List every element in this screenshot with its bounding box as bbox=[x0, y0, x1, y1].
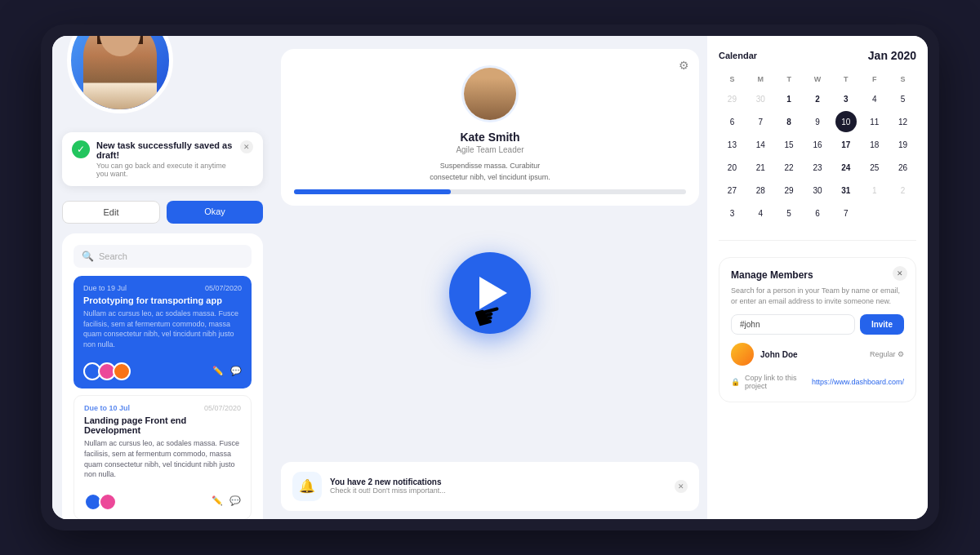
cal-day-6[interactable]: 6 bbox=[721, 111, 742, 132]
cal-day-30a[interactable]: 30 bbox=[750, 88, 771, 109]
cal-day-14[interactable]: 14 bbox=[750, 134, 771, 155]
middle-panel: ⚙ Kate Smith Agile Team Leader Suspendis… bbox=[273, 36, 707, 519]
cal-day-10-today[interactable]: 10 bbox=[835, 111, 857, 132]
manage-members-title: Manage Members bbox=[731, 269, 904, 281]
cal-header-m: M bbox=[747, 72, 774, 87]
comment-icon-2[interactable]: 💬 bbox=[229, 495, 241, 506]
cal-day-25[interactable]: 25 bbox=[864, 157, 885, 178]
search-bar[interactable]: 🔍 Search bbox=[74, 245, 252, 268]
cal-day-7[interactable]: 7 bbox=[750, 111, 771, 132]
comment-icon[interactable]: 💬 bbox=[230, 366, 242, 376]
copy-link-row[interactable]: 🔒 Copy link to this project https://www.… bbox=[731, 374, 904, 390]
task-due-1: Due to 19 Jul 05/07/2020 bbox=[83, 284, 242, 292]
cal-day-7b[interactable]: 7 bbox=[835, 202, 857, 224]
cal-day-empty2 bbox=[893, 202, 914, 224]
task-item-2[interactable]: Due to 10 Jul 05/07/2020 Landing page Fr… bbox=[74, 395, 252, 519]
invite-input[interactable] bbox=[731, 314, 855, 335]
edit-button[interactable]: Edit bbox=[62, 201, 160, 224]
calendar-section: Calendar Jan 2020 S M T W T F S 29 30 1 bbox=[719, 49, 916, 224]
calendar-title: Calendar bbox=[719, 51, 757, 60]
cal-day-13[interactable]: 13 bbox=[721, 134, 742, 155]
cal-day-2b[interactable]: 2 bbox=[893, 180, 914, 201]
edit-icon-2[interactable]: ✏️ bbox=[212, 495, 223, 506]
cal-day-9[interactable]: 9 bbox=[807, 111, 828, 132]
cal-day-18[interactable]: 18 bbox=[864, 134, 885, 155]
cal-day-19[interactable]: 19 bbox=[893, 134, 914, 155]
task-actions-2: ✏️ 💬 bbox=[212, 495, 241, 506]
progress-bar-fill bbox=[294, 189, 451, 194]
cal-day-16[interactable]: 16 bbox=[807, 134, 828, 155]
divider bbox=[719, 240, 916, 241]
cal-day-4[interactable]: 4 bbox=[864, 88, 885, 109]
cal-day-1[interactable]: 1 bbox=[778, 88, 800, 109]
hero-avatar-container bbox=[67, 36, 173, 146]
cal-day-12[interactable]: 12 bbox=[893, 111, 914, 132]
cal-day-1b[interactable]: 1 bbox=[864, 180, 885, 201]
avatar-5 bbox=[99, 493, 117, 511]
tasks-card: 🔍 Search Due to 19 Jul 05/07/2020 Protot… bbox=[62, 233, 263, 519]
notif-close-btn[interactable]: ✕ bbox=[240, 140, 253, 153]
manage-members-card: ✕ Manage Members Search for a person in … bbox=[719, 257, 916, 402]
cal-day-17[interactable]: 17 bbox=[835, 134, 857, 155]
person-head bbox=[100, 36, 140, 56]
cal-day-23[interactable]: 23 bbox=[807, 157, 828, 178]
cal-day-22[interactable]: 22 bbox=[778, 157, 800, 178]
calendar-header: Calendar Jan 2020 bbox=[719, 49, 916, 62]
copy-link-url[interactable]: https://www.dashboard.com/ bbox=[812, 378, 904, 386]
bell-icon: 🔔 bbox=[292, 472, 322, 501]
member-avatar-john bbox=[731, 343, 754, 366]
notif-hint-text: Check it out! Don't miss important... bbox=[330, 486, 666, 495]
gear-icon[interactable]: ⚙ bbox=[679, 59, 689, 72]
cal-header-s1: S bbox=[719, 72, 746, 87]
copy-link-label: Copy link to this project bbox=[745, 374, 807, 390]
cal-day-30b[interactable]: 30 bbox=[807, 180, 828, 201]
cal-day-8[interactable]: 8 bbox=[778, 111, 800, 132]
cal-day-3[interactable]: 3 bbox=[835, 88, 857, 109]
hero-avatar bbox=[67, 36, 173, 113]
task-desc-2: Nullam ac cursus leo, ac sodales massa. … bbox=[84, 438, 241, 479]
cal-day-20[interactable]: 20 bbox=[721, 157, 742, 178]
manage-members-close[interactable]: ✕ bbox=[893, 266, 907, 281]
profile-avatar bbox=[461, 65, 519, 122]
task-due-2: Due to 10 Jul 05/07/2020 bbox=[84, 404, 241, 412]
task-title-1: Prototyping for transporting app bbox=[83, 295, 242, 305]
cal-day-empty1 bbox=[864, 202, 885, 224]
cal-day-6b[interactable]: 6 bbox=[807, 202, 828, 224]
cal-day-5[interactable]: 5 bbox=[893, 88, 914, 109]
notif-subtitle: You can go back and execute it anytime y… bbox=[96, 162, 234, 178]
calendar-month: Jan 2020 bbox=[868, 49, 916, 62]
cal-header-s2: S bbox=[889, 72, 916, 87]
cal-day-5b[interactable]: 5 bbox=[778, 202, 800, 224]
device-frame: ✓ New task successfully saved as draft! … bbox=[41, 24, 939, 531]
cal-day-11[interactable]: 11 bbox=[864, 111, 885, 132]
invite-button[interactable]: Invite bbox=[860, 314, 904, 335]
cal-day-27[interactable]: 27 bbox=[721, 180, 742, 201]
cal-day-24[interactable]: 24 bbox=[835, 157, 857, 178]
cal-day-29b[interactable]: 29 bbox=[778, 180, 800, 201]
edit-icon[interactable]: ✏️ bbox=[212, 366, 224, 376]
cal-day-26[interactable]: 26 bbox=[893, 157, 914, 178]
cal-header-f: F bbox=[861, 72, 888, 87]
profile-role: Agile Team Leader bbox=[456, 145, 523, 154]
cal-day-29a[interactable]: 29 bbox=[721, 88, 742, 109]
lock-icon: 🔒 bbox=[731, 378, 740, 386]
task-item-1[interactable]: Due to 19 Jul 05/07/2020 Prototyping for… bbox=[74, 276, 252, 388]
cal-day-15[interactable]: 15 bbox=[778, 134, 800, 155]
cal-day-3b[interactable]: 3 bbox=[721, 202, 742, 224]
task-desc-1: Nullam ac cursus leo, ac sodales massa. … bbox=[83, 309, 242, 349]
action-buttons: Edit Okay bbox=[62, 201, 263, 224]
cal-day-31[interactable]: 31 bbox=[835, 180, 857, 201]
person-silhouette bbox=[83, 36, 157, 109]
cal-header-w: W bbox=[804, 72, 831, 87]
search-input[interactable]: Search bbox=[99, 251, 127, 261]
member-row-john: John Doe Regular ⚙ bbox=[731, 343, 904, 366]
screen: ✓ New task successfully saved as draft! … bbox=[52, 36, 928, 519]
cal-day-21[interactable]: 21 bbox=[750, 157, 771, 178]
notif-card-close[interactable]: ✕ bbox=[675, 480, 688, 493]
task-title-2: Landing page Front end Development bbox=[84, 415, 241, 435]
cal-day-28[interactable]: 28 bbox=[750, 180, 771, 201]
okay-button[interactable]: Okay bbox=[167, 201, 263, 224]
video-overlay[interactable]: ☛ bbox=[449, 252, 531, 334]
cal-day-4b[interactable]: 4 bbox=[750, 202, 771, 224]
cal-day-2[interactable]: 2 bbox=[807, 88, 828, 109]
